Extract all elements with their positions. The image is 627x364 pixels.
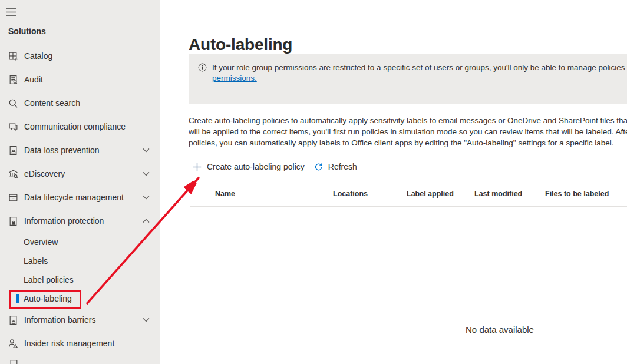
sidebar-item-label: Information barriers bbox=[24, 315, 95, 325]
partial-document-icon bbox=[9, 359, 19, 364]
chevron-up-icon[interactable] bbox=[143, 219, 160, 223]
banner-text-column: If your role group permissions are restr… bbox=[212, 62, 627, 83]
column-header-files-to-be-labeled[interactable]: Files to be labeled bbox=[545, 190, 609, 198]
column-header-last-modified[interactable]: Last modified bbox=[474, 190, 522, 198]
sidebar-item-label: eDiscovery bbox=[24, 169, 65, 178]
sidebar-subitem-labels[interactable]: Labels bbox=[0, 252, 160, 270]
info-icon bbox=[198, 63, 207, 72]
refresh-icon bbox=[314, 163, 323, 171]
empty-state-text: No data available bbox=[466, 325, 534, 335]
chevron-down-icon[interactable] bbox=[143, 171, 160, 176]
create-button-label: Create auto-labeling policy bbox=[207, 162, 305, 171]
plus-icon bbox=[193, 163, 202, 171]
information-protection-icon bbox=[8, 216, 18, 226]
policy-table-header: Name Locations Label applied Last modifi… bbox=[189, 190, 627, 200]
sidebar-subitem-label: Labels bbox=[24, 256, 48, 266]
sidebar-subitem-label-policies[interactable]: Label policies bbox=[0, 270, 160, 289]
refresh-button[interactable]: Refresh bbox=[314, 162, 357, 171]
sidebar-subitem-label: Auto-labeling bbox=[24, 294, 72, 303]
sidebar-item-content-search[interactable]: Content search bbox=[0, 91, 160, 115]
description-line: will be applied to the correct items, yo… bbox=[189, 126, 627, 137]
sidebar-nav: Catalog Audit Content search bbox=[0, 44, 160, 364]
column-header-name[interactable]: Name bbox=[215, 190, 235, 198]
content-search-icon bbox=[8, 98, 18, 108]
chevron-down-icon[interactable] bbox=[143, 317, 160, 322]
sidebar-item-data-lifecycle-management[interactable]: Data lifecycle management bbox=[0, 186, 160, 209]
description-line: Create auto-labeling policies to automat… bbox=[189, 115, 627, 126]
banner-text: If your role group permissions are restr… bbox=[212, 62, 627, 72]
data-loss-prevention-icon bbox=[8, 145, 18, 155]
audit-icon bbox=[8, 75, 18, 85]
data-lifecycle-management-icon bbox=[8, 193, 18, 203]
description-line: policies, you can automatically apply la… bbox=[189, 137, 627, 148]
sidebar-subitem-label: Label policies bbox=[24, 275, 74, 284]
sidebar-item-information-barriers[interactable]: Information barriers bbox=[0, 308, 160, 332]
sidebar-subitem-auto-labeling[interactable]: Auto-labeling bbox=[0, 289, 160, 308]
sidebar-item-audit[interactable]: Audit bbox=[0, 68, 160, 91]
sidebar-item-label: Insider risk management bbox=[24, 339, 114, 348]
sidebar-item-label: Information protection bbox=[24, 216, 104, 226]
sidebar-item-ediscovery[interactable]: eDiscovery bbox=[0, 162, 160, 186]
sidebar-item-label: Content search bbox=[24, 98, 80, 108]
chevron-down-icon[interactable] bbox=[143, 195, 160, 200]
sidebar-item-insider-risk-management[interactable]: Insider risk management bbox=[0, 332, 160, 355]
command-bar: Create auto-labeling policy Refresh bbox=[193, 158, 357, 176]
sidebar-item-data-loss-prevention[interactable]: Data loss prevention bbox=[0, 138, 160, 162]
sidebar: Solutions Catalog Audit bbox=[0, 0, 160, 364]
sidebar-item-label: Communication compliance bbox=[24, 122, 126, 131]
chevron-down-icon[interactable] bbox=[143, 148, 160, 153]
sidebar-section-label: Solutions bbox=[8, 27, 46, 36]
insider-risk-management-icon bbox=[8, 339, 18, 349]
catalog-icon bbox=[8, 51, 18, 61]
table-header-divider bbox=[190, 206, 627, 207]
sidebar-item-catalog[interactable]: Catalog bbox=[0, 44, 160, 68]
hamburger-menu-icon[interactable] bbox=[5, 6, 19, 18]
ediscovery-icon bbox=[8, 169, 18, 179]
sidebar-item-label: Catalog bbox=[24, 51, 52, 61]
column-header-label-applied[interactable]: Label applied bbox=[407, 190, 454, 198]
column-header-locations[interactable]: Locations bbox=[333, 190, 368, 198]
sidebar-subitem-overview[interactable]: Overview bbox=[0, 233, 160, 252]
hamburger-icon bbox=[6, 8, 16, 16]
create-auto-labeling-policy-button[interactable]: Create auto-labeling policy bbox=[193, 162, 305, 171]
page-title: Auto-labeling bbox=[189, 35, 292, 54]
sidebar-item-label: Audit bbox=[24, 75, 43, 84]
refresh-button-label: Refresh bbox=[328, 162, 357, 171]
communication-compliance-icon bbox=[8, 122, 18, 132]
info-banner: If your role group permissions are restr… bbox=[189, 54, 627, 104]
sidebar-item-communication-compliance[interactable]: Communication compliance bbox=[0, 115, 160, 138]
sidebar-item-label: Data lifecycle management bbox=[24, 193, 124, 202]
sidebar-subitem-label: Overview bbox=[24, 237, 58, 247]
information-barriers-icon bbox=[8, 315, 18, 325]
selected-indicator bbox=[16, 294, 19, 303]
sidebar-item-partial[interactable] bbox=[0, 355, 160, 364]
page-description: Create auto-labeling policies to automat… bbox=[189, 115, 627, 148]
sidebar-item-information-protection[interactable]: Information protection bbox=[0, 209, 160, 233]
permissions-link[interactable]: permissions. bbox=[212, 73, 257, 83]
sidebar-item-label: Data loss prevention bbox=[24, 145, 100, 155]
